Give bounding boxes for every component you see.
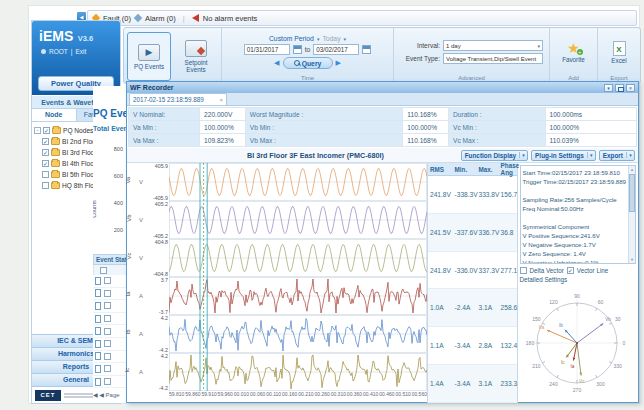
stats-value: 3.1A — [478, 380, 500, 387]
tree-checkbox[interactable]: ✓ — [42, 160, 49, 167]
window-maximize-icon[interactable] — [615, 84, 624, 92]
pq-events-icon: ▶ — [138, 44, 160, 61]
y-max-label: 4.2 — [161, 315, 168, 321]
row-checkbox[interactable] — [104, 378, 111, 385]
channel-unit: V — [139, 179, 143, 185]
export-button[interactable]: Export▾ — [599, 150, 635, 161]
stats-value: 241.5V — [428, 229, 455, 236]
event-summary-table: V Nominal:220.000VWorst Magnitude :110.1… — [128, 107, 637, 147]
row-checkbox[interactable] — [104, 290, 111, 297]
setpoint-events-button[interactable]: Setpoint Events — [174, 32, 218, 81]
row-checkbox[interactable] — [104, 365, 111, 372]
interval-label: Interval: — [400, 42, 440, 49]
delta-vector-checkbox[interactable] — [520, 267, 527, 274]
wf-event-tab[interactable]: 2017-02-15 23:18:59.889 × — [129, 93, 227, 105]
table-row[interactable] — [93, 338, 127, 351]
tree-checkbox[interactable]: ✓ — [42, 149, 49, 156]
svg-text:180: 180 — [526, 340, 535, 346]
info-value: 100.000ms — [545, 108, 636, 121]
plugin-settings-button[interactable]: Plug-in Settings▾ — [531, 150, 596, 161]
event-doc-icon — [95, 277, 101, 285]
page-navigation[interactable]: ◀ ◀ Page — [93, 391, 120, 398]
stats-value: -3.4A — [455, 380, 479, 387]
info-value: 110.168% — [403, 134, 449, 147]
y-max-label: 405.2 — [155, 201, 168, 207]
tab-close-icon[interactable]: × — [219, 97, 223, 103]
event-doc-icon — [95, 340, 101, 348]
time-tick: 00.160 — [282, 391, 297, 403]
table-row[interactable] — [93, 325, 127, 338]
info-label: Worst Magnitude : — [245, 108, 402, 121]
query-next-arrow[interactable]: ▶ — [336, 59, 341, 67]
event-doc-icon — [95, 378, 101, 386]
y-max-label: 3.7 — [161, 277, 168, 283]
device-title: BI 3rd Floor 3F East Incomer (PMC-680I) — [247, 151, 384, 160]
select-all-checkbox[interactable] — [100, 267, 107, 274]
channel-axis: IaA3.7-3.7 — [127, 277, 169, 315]
exit-link[interactable]: Exit — [75, 48, 86, 55]
stats-value: 3.1A — [478, 304, 500, 311]
row-checkbox[interactable] — [104, 340, 111, 347]
date-to-input[interactable]: 03/02/2017 — [313, 44, 359, 55]
table-row[interactable] — [93, 275, 127, 288]
time-tick: 59.910 — [201, 391, 216, 403]
scroll-thumb[interactable] — [629, 174, 635, 212]
wf-window-titlebar[interactable]: WF Recorder ▾ × — [127, 82, 638, 93]
row-checkbox[interactable] — [104, 277, 111, 284]
stats-value: 336.7V — [478, 229, 500, 236]
channel-unit: A — [139, 293, 143, 299]
function-display-button[interactable]: Function Display▾ — [461, 150, 528, 161]
wf-tab-strip: 2017-02-15 23:18:59.889 × — [127, 93, 638, 106]
stats-header: Min. — [455, 166, 479, 173]
custom-period-dropdown[interactable]: Custom Period — [269, 35, 314, 42]
detail-line: Sampling Rate:256 Samples/Cycle — [523, 195, 626, 204]
table-row[interactable] — [93, 313, 127, 326]
info-value: 220.000V — [200, 108, 246, 121]
tree-checkbox[interactable] — [42, 182, 49, 189]
tab-node[interactable]: Node — [32, 109, 77, 121]
time-tick: 00.260 — [314, 391, 329, 403]
query-prev-arrow[interactable]: ◀ — [274, 59, 279, 67]
time-axis: 59.81059.86059.91059.96000.01000.06000.1… — [127, 391, 427, 403]
phasor-diagram: 0306090120150180210240270300330VaVbVcIaI… — [524, 283, 631, 401]
interval-select[interactable]: 1 day▾ — [443, 40, 543, 51]
svg-text:90: 90 — [574, 293, 580, 299]
time-tick: 59.810 — [169, 391, 184, 403]
table-row[interactable] — [93, 351, 127, 364]
scrollbar[interactable]: ▲ ▼ — [628, 166, 635, 263]
table-row[interactable] — [93, 300, 127, 313]
info-label: Vb Min : — [245, 121, 402, 134]
waveform-plot[interactable] — [169, 163, 427, 391]
table-row[interactable] — [93, 376, 127, 389]
row-checkbox[interactable] — [104, 315, 111, 322]
vector-line-checkbox[interactable]: ✓ — [567, 267, 574, 274]
today-dropdown[interactable]: Today — [322, 35, 340, 42]
detailed-settings-link[interactable]: Detailed Settings — [520, 276, 636, 283]
favorite-button-label[interactable]: Favorite — [562, 56, 585, 63]
window-minimize-icon[interactable]: ▾ — [604, 84, 613, 92]
waveform-chart[interactable]: VaV405.9-405.9VbV405.2-405.2VcV404.8-404… — [127, 163, 427, 403]
expander-icon[interactable]: - — [34, 127, 41, 134]
tree-checkbox[interactable] — [42, 171, 49, 178]
tree-checkbox[interactable]: ✓ — [43, 127, 50, 134]
tree-checkbox[interactable]: ✓ — [42, 138, 49, 145]
row-checkbox[interactable] — [104, 328, 111, 335]
table-row[interactable] — [93, 288, 127, 301]
excel-button-label[interactable]: Excel — [611, 57, 626, 64]
stats-value: 277.1 — [501, 267, 517, 274]
pq-events-button[interactable]: ▶ PQ Events — [127, 32, 171, 81]
folder-icon — [51, 149, 60, 156]
calendar-icon[interactable] — [293, 45, 302, 54]
excel-export-icon[interactable]: X — [613, 41, 626, 56]
row-checkbox[interactable] — [104, 302, 111, 309]
row-checkbox[interactable] — [104, 353, 111, 360]
date-from-input[interactable]: 01/31/2017 — [244, 44, 290, 55]
alarm-count[interactable]: Alarm (0) — [145, 14, 176, 23]
query-button[interactable]: Query — [283, 57, 333, 69]
table-row[interactable] — [93, 363, 127, 376]
calendar-icon[interactable] — [362, 45, 371, 54]
event-type-select[interactable]: Voltage Transient,Dip/Swell Event — [443, 53, 543, 64]
window-close-icon[interactable]: × — [626, 84, 635, 92]
tree-item-label: PQ Nodes — [63, 127, 93, 134]
favorite-star-icon[interactable]: ★+ — [567, 41, 580, 55]
